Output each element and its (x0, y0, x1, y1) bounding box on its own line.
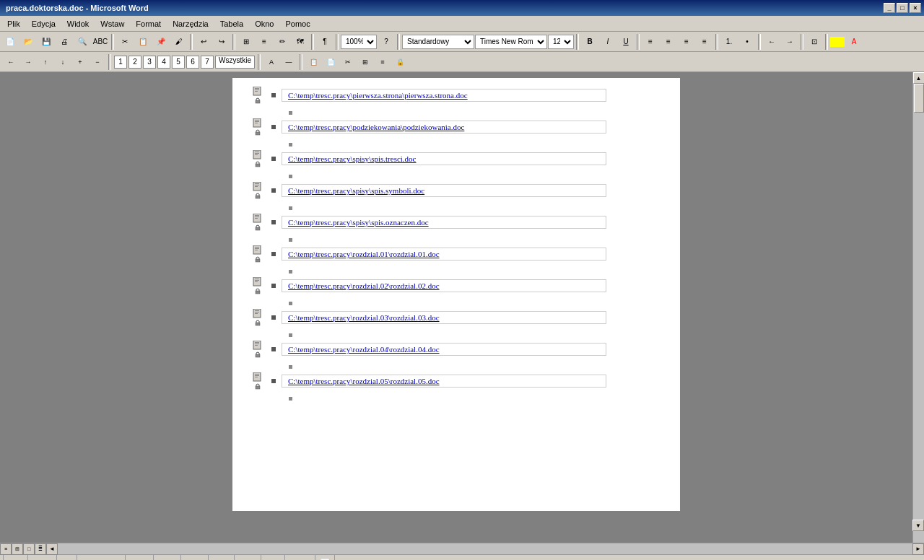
file-box-9[interactable]: C:\temp\tresc.pracy\rozdzial.05\rozdzial… (282, 375, 606, 388)
list-num[interactable]: 1. (720, 34, 738, 50)
outline-view-btn[interactable]: ≣ (35, 543, 46, 555)
highlight-btn[interactable] (830, 37, 845, 47)
print-view-btn[interactable]: □ (23, 543, 35, 555)
file-link-4[interactable]: C:\temp\tresc.pracy\spisy\spis.oznaczen.… (288, 218, 429, 227)
scroll-right-button[interactable]: ► (912, 543, 924, 555)
menu-edycja[interactable]: Edycja (27, 18, 60, 30)
menu-narzedzia[interactable]: Narzędzia (168, 18, 213, 30)
underline-button[interactable]: U (617, 34, 635, 50)
file-link-3[interactable]: C:\temp\tresc.pracy\spisy\spis.symboli.d… (288, 186, 424, 195)
undo-button[interactable]: ↩ (195, 34, 212, 50)
file-box-6[interactable]: C:\temp\tresc.pracy\rozdzial.02\rozdzial… (282, 279, 606, 292)
print-button[interactable]: 🖨 (56, 34, 73, 50)
align-right[interactable]: ≡ (678, 34, 695, 50)
open-button[interactable]: 📂 (19, 34, 37, 50)
menu-format[interactable]: Format (131, 18, 165, 30)
bold-button[interactable]: B (581, 34, 598, 50)
format-painter[interactable]: 🖌 (170, 34, 188, 50)
outline-move-up[interactable]: ↑ (38, 54, 53, 70)
collapse-btn[interactable]: − (90, 54, 105, 70)
remove-subdoc[interactable]: ✂ (340, 54, 356, 70)
table-button[interactable]: ⊞ (237, 34, 255, 50)
level-3-btn[interactable]: 3 (143, 56, 156, 69)
file-link-2[interactable]: C:\temp\tresc.pracy\spisy\spis.tresci.do… (288, 154, 417, 163)
align-center[interactable]: ≡ (660, 34, 677, 50)
file-box-7[interactable]: C:\temp\tresc.pracy\rozdzial.03\rozdzial… (282, 311, 606, 324)
level-5-btn[interactable]: 5 (172, 56, 185, 69)
format-show-btn[interactable]: A (263, 54, 279, 70)
outline-up[interactable]: ← (3, 54, 19, 70)
menu-wstaw[interactable]: Wstaw (96, 18, 128, 30)
file-link-8[interactable]: C:\temp\tresc.pracy\rozdzial.04\rozdzial… (288, 345, 440, 354)
zoom-help[interactable]: ? (378, 34, 395, 50)
file-box-8[interactable]: C:\temp\tresc.pracy\rozdzial.04\rozdzial… (282, 343, 606, 356)
level-2-btn[interactable]: 2 (128, 56, 141, 69)
style-select[interactable]: Standardowy (402, 35, 474, 49)
menu-tabela[interactable]: Tabela (216, 18, 248, 30)
expand-btn[interactable]: + (72, 54, 88, 70)
copy-button[interactable]: 📋 (134, 34, 152, 50)
cut-button[interactable]: ✂ (116, 34, 134, 50)
preview-button[interactable]: 🔍 (74, 34, 91, 50)
menu-plik[interactable]: Plik (3, 18, 25, 30)
menu-widok[interactable]: Widok (63, 18, 94, 30)
minimize-button[interactable]: _ (884, 3, 895, 13)
master-view-btn[interactable]: 📋 (305, 54, 321, 70)
scroll-down-button[interactable]: ▼ (912, 520, 924, 531)
file-link-9[interactable]: C:\temp\tresc.pracy\rozdzial.05\rozdzial… (288, 377, 440, 385)
normal-view-btn[interactable]: ≡ (0, 543, 12, 555)
window-controls[interactable]: _ □ × (884, 3, 921, 13)
map-button[interactable]: 🗺 (292, 34, 309, 50)
file-box-3[interactable]: C:\temp\tresc.pracy\spisy\spis.symboli.d… (282, 184, 606, 197)
scroll-left-button[interactable]: ◄ (46, 543, 58, 555)
vertical-scrollbar[interactable]: ▲ ▼ (912, 72, 924, 543)
border-btn[interactable]: ⊡ (806, 34, 823, 50)
web-view-btn[interactable]: ⊞ (12, 543, 23, 555)
level-1-btn[interactable]: 1 (114, 56, 127, 69)
lock-btn[interactable]: 🔒 (392, 54, 408, 70)
fontsize-select[interactable]: 12 10 14 (548, 35, 574, 49)
indent-less[interactable]: ← (763, 34, 780, 50)
align-justify[interactable]: ≡ (696, 34, 713, 50)
scroll-thumb[interactable] (914, 84, 924, 113)
zoom-select[interactable]: 100% 75% 150% (341, 35, 377, 49)
paste-button[interactable]: 📌 (152, 34, 170, 50)
maximize-button[interactable]: □ (897, 3, 908, 13)
scroll-up-button[interactable]: ▲ (913, 72, 925, 84)
file-box-2[interactable]: C:\temp\tresc.pracy\spisy\spis.tresci.do… (282, 152, 606, 165)
merge-btn[interactable]: ⊞ (357, 54, 373, 70)
file-link-7[interactable]: C:\temp\tresc.pracy\rozdzial.03\rozdzial… (288, 313, 440, 322)
fontcolor-btn[interactable]: A (845, 34, 863, 50)
split-btn[interactable]: ≡ (375, 54, 391, 70)
all-levels-btn[interactable]: Wszystkie (215, 56, 255, 69)
italic-button[interactable]: I (599, 34, 616, 50)
outline-down[interactable]: → (20, 54, 36, 70)
file-box-1[interactable]: C:\temp\tresc.pracy\podziekowania\podzie… (282, 121, 606, 134)
font-select[interactable]: Times New Roman (475, 35, 547, 49)
first-line-btn[interactable]: — (281, 54, 297, 70)
level-6-btn[interactable]: 6 (186, 56, 199, 69)
file-box-0[interactable]: C:\temp\tresc.pracy\pierwsza.strona\pier… (282, 89, 606, 102)
view-buttons[interactable]: ≡ ⊞ □ ≣ (0, 543, 46, 555)
h-scroll-track[interactable] (58, 543, 912, 554)
file-link-1[interactable]: C:\temp\tresc.pracy\podziekowania\podzie… (288, 123, 464, 131)
show-para[interactable]: ¶ (316, 34, 334, 50)
document-area[interactable]: C:\temp\tresc.pracy\pierwsza.strona\pier… (0, 72, 912, 543)
file-box-5[interactable]: C:\temp\tresc.pracy\rozdzial.01\rozdzial… (282, 248, 606, 261)
file-box-4[interactable]: C:\temp\tresc.pracy\spisy\spis.oznaczen.… (282, 216, 606, 229)
redo-button[interactable]: ↪ (213, 34, 230, 50)
spellcheck-button[interactable]: ABC (92, 34, 109, 50)
insert-subdoc[interactable]: 📄 (323, 54, 339, 70)
level-7-btn[interactable]: 7 (201, 56, 214, 69)
level-4-btn[interactable]: 4 (157, 56, 170, 69)
file-link-5[interactable]: C:\temp\tresc.pracy\rozdzial.01\rozdzial… (288, 250, 440, 258)
drawing-button[interactable]: ✏ (274, 34, 291, 50)
new-button[interactable]: 📄 (1, 34, 19, 50)
align-left[interactable]: ≡ (642, 34, 659, 50)
file-link-0[interactable]: C:\temp\tresc.pracy\pierwsza.strona\pier… (288, 91, 468, 100)
menu-pomoc[interactable]: Pomoc (281, 18, 314, 30)
menu-okno[interactable]: Okno (250, 18, 278, 30)
indent-more[interactable]: → (781, 34, 798, 50)
close-button[interactable]: × (910, 3, 921, 13)
outline-move-down[interactable]: ↓ (55, 54, 71, 70)
